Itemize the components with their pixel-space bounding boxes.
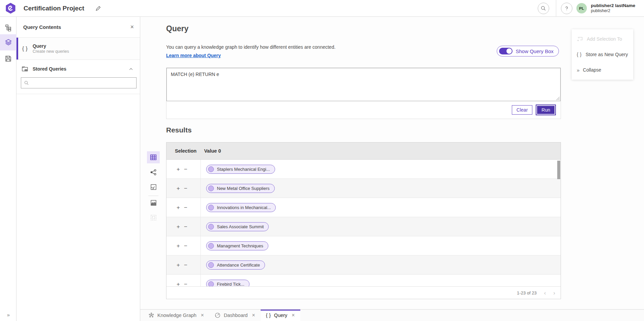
collapse-item[interactable]: » Collapse: [572, 62, 633, 78]
bottom-tab-bar: Knowledge Graph × Dashboard × { } Query …: [140, 309, 644, 321]
braces-icon: { }: [266, 313, 271, 318]
entity-pill[interactable]: Innovations in Mechanical...: [206, 203, 276, 212]
link-chart-icon: [150, 169, 157, 176]
stored-queries-header[interactable]: Stored Queries: [16, 63, 140, 75]
resize-handle[interactable]: [556, 96, 560, 101]
search-icon: [24, 80, 29, 85]
results-title: Results: [166, 126, 192, 134]
selection-cell: + −: [166, 255, 201, 274]
toggle-label: Show Query Box: [516, 48, 554, 54]
query-description: You can query a knowledge graph to ident…: [166, 44, 336, 50]
query-context-menu: Add Selection To { } Store as New Query …: [572, 29, 633, 80]
query-input[interactable]: MATCH (e) RETURN e: [166, 68, 561, 101]
main-content: Query You can query a knowledge graph to…: [140, 17, 644, 321]
show-query-box-toggle[interactable]: Show Query Box: [497, 46, 559, 56]
value-cell: Staplers Mechanical Engi...: [201, 165, 275, 174]
results-table: Selection Value 0 + − Staplers Mechanica…: [166, 142, 561, 299]
add-to-selection-button[interactable]: +: [177, 205, 180, 210]
search-icon: [540, 5, 546, 11]
new-map-view-button[interactable]: [147, 197, 160, 209]
add-to-selection-button[interactable]: +: [177, 262, 180, 268]
panel-close-button[interactable]: ×: [130, 24, 134, 31]
remove-from-selection-button[interactable]: −: [184, 166, 187, 172]
rail-item-contents[interactable]: [0, 34, 16, 50]
remove-from-selection-button[interactable]: −: [184, 281, 187, 287]
add-selection-label: Add Selection To: [587, 36, 622, 42]
braces-icon: { }: [577, 52, 582, 57]
close-icon[interactable]: ×: [252, 312, 255, 318]
panel-item-query[interactable]: { } Query Create new queries: [16, 38, 140, 60]
tab-label: Dashboard: [224, 313, 248, 318]
table-row: + − Sales Associate Summit: [166, 217, 561, 236]
new-map-icon: [150, 199, 157, 206]
chevron-left-icon: ‹: [544, 290, 546, 296]
save-icon: [5, 55, 12, 62]
selected-indicator: [16, 38, 18, 59]
value-cell: Sales Associate Summit: [201, 222, 269, 231]
panel-item-label: Query: [33, 43, 69, 49]
global-search-button[interactable]: [538, 3, 549, 14]
entity-pill[interactable]: Staplers Mechanical Engi...: [206, 165, 275, 174]
store-as-new-query-item[interactable]: { } Store as New Query: [572, 47, 633, 62]
chevron-right-icon: ›: [553, 290, 555, 296]
close-icon: ×: [130, 24, 134, 30]
entity-label: Attendance Certificate: [217, 263, 260, 268]
add-to-selection-button[interactable]: +: [177, 243, 180, 249]
map-view-button[interactable]: [147, 181, 160, 193]
rail-item-data-model[interactable]: [0, 21, 16, 34]
add-to-selection-button[interactable]: +: [177, 166, 180, 172]
query-contents-panel: Query Contents × { } Query Create new qu…: [16, 17, 140, 321]
close-icon[interactable]: ×: [292, 312, 295, 318]
entity-label: Firebird Tick...: [217, 282, 244, 287]
remove-from-selection-button[interactable]: −: [184, 205, 187, 210]
expand-rail-button[interactable]: »: [0, 312, 16, 318]
table-icon: [150, 154, 157, 161]
add-to-selection-button[interactable]: +: [177, 281, 180, 287]
pagination-prev-button[interactable]: ‹: [544, 290, 546, 296]
remove-from-selection-button[interactable]: −: [184, 262, 187, 268]
avatar[interactable]: PL: [576, 3, 587, 13]
table-row: + − New Metal Office Suppliers: [166, 179, 561, 198]
run-button[interactable]: Run: [536, 105, 555, 115]
user-info: publisher2 lastName publisher2: [591, 3, 635, 13]
pagination-range: 1-23 of 23: [517, 290, 537, 295]
learn-more-link[interactable]: Learn more about Query: [166, 53, 221, 58]
query-actions: Clear Run: [166, 101, 561, 119]
query-page-title: Query: [166, 24, 188, 33]
panel-item-sublabel: Create new queries: [33, 49, 69, 54]
help-button[interactable]: [561, 3, 572, 14]
dashboard-icon: [215, 312, 221, 318]
entity-label: New Metal Office Suppliers: [217, 186, 270, 191]
layers-icon: [5, 39, 12, 46]
pagination-next-button[interactable]: ›: [553, 290, 555, 296]
link-chart-view-button[interactable]: [147, 166, 160, 178]
entity-pill[interactable]: Firebird Tick...: [206, 280, 250, 287]
entity-pill[interactable]: Attendance Certificate: [206, 260, 265, 270]
add-to-selection-button[interactable]: +: [177, 224, 180, 230]
add-to-selection-button[interactable]: +: [177, 186, 180, 191]
close-icon[interactable]: ×: [201, 312, 204, 318]
tab-dashboard[interactable]: Dashboard ×: [209, 310, 260, 321]
entity-pill[interactable]: New Metal Office Suppliers: [206, 184, 275, 193]
remove-from-selection-button[interactable]: −: [184, 243, 187, 249]
layout-view-button-disabled: [147, 211, 160, 224]
value-cell: New Metal Office Suppliers: [201, 184, 275, 193]
panel-header: Query Contents ×: [16, 17, 140, 38]
clear-button[interactable]: Clear: [512, 105, 532, 115]
stored-queries-search-input[interactable]: [32, 80, 134, 85]
value-cell: Innovations in Mechanical...: [201, 203, 276, 212]
collapse-label: Collapse: [583, 67, 601, 73]
remove-from-selection-button[interactable]: −: [184, 186, 187, 191]
entity-pill[interactable]: Managment Techniques: [206, 241, 268, 250]
rail-item-save[interactable]: [0, 50, 16, 67]
column-header-selection: Selection: [166, 148, 201, 154]
map-icon: [150, 184, 157, 191]
tab-knowledge-graph[interactable]: Knowledge Graph ×: [143, 310, 209, 321]
table-view-button[interactable]: [147, 151, 160, 163]
entity-pill[interactable]: Sales Associate Summit: [206, 222, 269, 231]
tab-query[interactable]: { } Query ×: [261, 310, 300, 321]
vertical-scrollbar-thumb[interactable]: [557, 161, 560, 179]
table-row: + − Staplers Mechanical Engi...: [166, 160, 561, 179]
remove-from-selection-button[interactable]: −: [184, 224, 187, 230]
edit-title-button[interactable]: [95, 5, 101, 11]
